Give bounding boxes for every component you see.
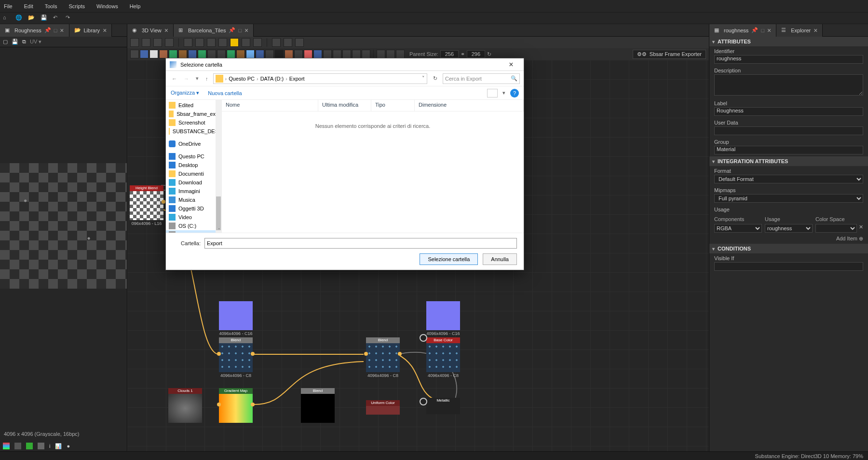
- tb-13[interactable]: [246, 50, 255, 58]
- pin-icon[interactable]: 📌: [229, 27, 235, 33]
- chevron-down-icon[interactable]: ˅: [422, 75, 425, 82]
- node-port[interactable]: [251, 403, 255, 406]
- menu-edit[interactable]: Edit: [24, 3, 33, 9]
- section-attributes[interactable]: ▾ATTRIBUTES: [709, 37, 868, 46]
- maximize-icon[interactable]: □: [761, 28, 764, 33]
- node-port[interactable]: [217, 352, 221, 356]
- close-icon[interactable]: ×: [164, 27, 168, 34]
- node-uniform[interactable]: Uniform Color: [366, 400, 400, 415]
- tree-item[interactable]: Sbsar_frame_exp: [166, 110, 221, 118]
- back-icon[interactable]: ←: [170, 76, 179, 82]
- tb-11[interactable]: [227, 50, 235, 58]
- col-modified[interactable]: Ultima modifica: [318, 100, 371, 111]
- tb-2[interactable]: [140, 50, 149, 58]
- layers-icon[interactable]: [3, 443, 10, 449]
- output-socket[interactable]: [420, 334, 427, 342]
- node-port[interactable]: [398, 352, 402, 356]
- tb-9[interactable]: [207, 50, 216, 58]
- format-select[interactable]: Default Format: [714, 175, 863, 183]
- tree-item[interactable]: Questo PC: [166, 152, 221, 161]
- tb-24[interactable]: [352, 50, 361, 58]
- description-input[interactable]: [714, 74, 863, 96]
- new-icon[interactable]: ▢: [3, 39, 8, 45]
- box-icon[interactable]: [295, 38, 304, 47]
- tree-item[interactable]: Oggetti 3D: [166, 204, 221, 213]
- section-integration[interactable]: ▾INTEGRATION ATTRIBUTES: [709, 156, 868, 166]
- info-icon[interactable]: i: [49, 443, 50, 449]
- snap-icon[interactable]: [218, 38, 227, 47]
- node-port[interactable]: [162, 200, 165, 204]
- move-icon[interactable]: [142, 38, 150, 47]
- tab-library[interactable]: 📂 Library ×: [69, 24, 112, 37]
- pin2-icon[interactable]: [396, 50, 405, 58]
- crumb-item[interactable]: Questo PC: [229, 76, 255, 82]
- group-value[interactable]: Material: [714, 146, 863, 154]
- help-icon[interactable]: ?: [510, 89, 519, 98]
- node-basecolor[interactable]: Base Color 4096x4096 - C8: [426, 337, 460, 378]
- frame-icon[interactable]: [386, 50, 395, 58]
- close-icon[interactable]: ×: [244, 27, 248, 34]
- organize-button[interactable]: Organizza ▾: [171, 90, 199, 96]
- menu-windows[interactable]: Windows: [96, 3, 118, 9]
- tree-item[interactable]: Musica: [166, 195, 221, 204]
- usage-select[interactable]: roughness: [765, 224, 813, 233]
- tree-item[interactable]: Edited: [166, 101, 221, 110]
- tb-5[interactable]: [169, 50, 177, 58]
- tree-item[interactable]: OS (C:): [166, 222, 221, 230]
- menu-file[interactable]: File: [4, 3, 13, 9]
- node-blend-a[interactable]: Blend 4096x4096 - C8: [219, 337, 253, 378]
- pin-icon[interactable]: 📌: [751, 27, 758, 33]
- folder-input[interactable]: [204, 238, 517, 249]
- tab-3dview[interactable]: ◉ 3D View ×: [127, 24, 174, 37]
- folder-tree[interactable]: EditedSbsar_frame_expScreenshotSUBSTANCE…: [166, 100, 222, 233]
- node-blue2[interactable]: 4096x4096 - C16: [426, 301, 460, 336]
- cancel-button[interactable]: Annulla: [483, 253, 517, 265]
- tb-16[interactable]: [275, 50, 284, 58]
- chevron-down-icon[interactable]: ▾: [502, 90, 505, 96]
- tb-10[interactable]: [217, 50, 226, 58]
- rec-icon[interactable]: ●: [67, 443, 70, 449]
- camera-icon[interactable]: [153, 38, 162, 47]
- userdata-value[interactable]: [714, 126, 863, 135]
- copy-icon[interactable]: ⧉: [22, 39, 26, 45]
- components-select[interactable]: RGBA: [714, 224, 762, 233]
- tab-graph[interactable]: ⊞ Barcelona_Tiles 📌 □ ×: [174, 24, 254, 37]
- file-list-header[interactable]: Nome Ultima modifica Tipo Dimensione: [222, 100, 524, 112]
- link1-icon[interactable]: [242, 38, 250, 47]
- tree-item[interactable]: Documenti: [166, 169, 221, 178]
- pin-icon[interactable]: 📌: [44, 27, 51, 33]
- recent-icon[interactable]: ▾: [194, 75, 201, 82]
- undo-icon[interactable]: ↶: [53, 14, 61, 22]
- tb-21[interactable]: [323, 50, 332, 58]
- exporter-badge[interactable]: ⚙⚙ Sbsar Frame Exporter: [633, 50, 706, 59]
- close-icon[interactable]: ×: [814, 27, 817, 34]
- tab-properties[interactable]: ▦ roughness 📌 □ ×: [709, 24, 776, 37]
- redo-icon[interactable]: ↷: [66, 14, 73, 22]
- maximize-icon[interactable]: □: [238, 28, 242, 33]
- tb-25[interactable]: [362, 50, 370, 58]
- tree-item[interactable]: Immagini: [166, 187, 221, 195]
- newfolder-button[interactable]: Nuova cartella: [208, 90, 242, 96]
- tb-7[interactable]: [188, 50, 197, 58]
- node-blend-b[interactable]: Blend 4096x4096 - C8: [366, 337, 400, 378]
- mipmaps-select[interactable]: Full pyramid: [714, 194, 863, 203]
- tb-12[interactable]: [236, 50, 245, 58]
- close-icon[interactable]: ×: [502, 60, 520, 69]
- reset-icon[interactable]: ↻: [487, 51, 491, 57]
- node-blue1[interactable]: 4096x4096 - C16: [219, 301, 253, 336]
- node-metallic[interactable]: Metallic: [426, 398, 460, 414]
- comment-icon[interactable]: [377, 50, 385, 58]
- section-conditions[interactable]: ▾CONDITIONS: [709, 244, 868, 253]
- colorspace-select[interactable]: [815, 224, 857, 233]
- col-type[interactable]: Tipo: [371, 100, 415, 111]
- close-icon[interactable]: ×: [767, 27, 771, 34]
- tb-4[interactable]: [159, 50, 168, 58]
- tab-explorer[interactable]: ☰ Explorer ×: [776, 24, 823, 37]
- node-height-blend[interactable]: Height Blend 096x4096 - L16: [130, 185, 163, 226]
- tb-3[interactable]: [149, 50, 158, 58]
- tree-item[interactable]: Desktop: [166, 161, 221, 169]
- tb-23[interactable]: [342, 50, 351, 58]
- identifier-value[interactable]: roughness: [714, 55, 863, 64]
- tb-15[interactable]: [265, 50, 274, 58]
- visibleif-value[interactable]: [714, 262, 863, 271]
